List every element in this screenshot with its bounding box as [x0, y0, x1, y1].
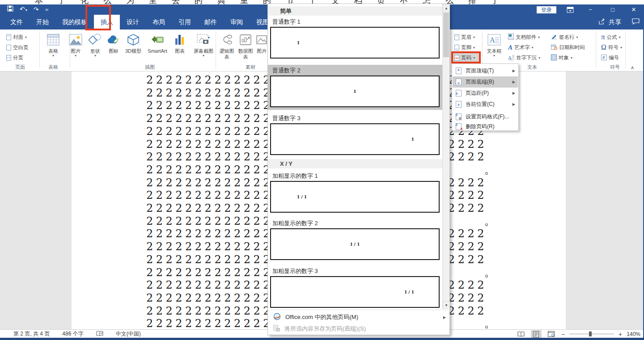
read-mode-icon[interactable]: [516, 330, 526, 338]
comment-icon[interactable]: [632, 18, 640, 26]
menu-item-top-of-page[interactable]: # 页面顶端(T) ▶: [453, 65, 518, 76]
group-separator: [596, 31, 596, 68]
gallery-item-bold-number-2[interactable]: 加粗显示的数字 2 1 / 1: [268, 218, 442, 260]
tab-mailings[interactable]: 邮件: [198, 15, 224, 29]
save-icon[interactable]: [7, 4, 13, 15]
blank-page-button[interactable]: 空白页: [4, 42, 29, 52]
gallery-scrollbar[interactable]: ▲ ▼: [442, 4, 449, 309]
chart-button[interactable]: 图表: [172, 31, 188, 63]
zoom-level[interactable]: 140%: [627, 331, 640, 337]
menu-item-page-margins[interactable]: # 页边距(P) ▶: [453, 88, 518, 99]
zoom-slider[interactable]: [569, 330, 614, 338]
share-button[interactable]: 共享: [599, 18, 621, 26]
tab-design[interactable]: 设计: [120, 15, 146, 29]
drop-cap-button[interactable]: A 首字下沉 ▾: [506, 53, 547, 63]
divider: [269, 310, 448, 310]
undo-button[interactable]: ↶▾: [20, 4, 27, 15]
gallery-section-header-simple: 简单: [268, 6, 442, 16]
page-number-gallery: 简单 普通数字 1 1 普通数字 2 1 普通数字 3 1 X / Y 加粗显示…: [267, 4, 450, 335]
ribbon-tabs: 文件 开始 我的模板 插入 设计 布局 引用 邮件 审阅 视图 帮助: [4, 15, 301, 29]
scrollbar-thumb[interactable]: [443, 13, 449, 57]
tab-layout[interactable]: 布局: [146, 15, 172, 29]
numbering-button[interactable]: # 编号: [599, 53, 631, 63]
tab-file[interactable]: 文件: [4, 15, 30, 29]
menu-item-remove-page-numbers[interactable]: #✕ 删除页码(R): [453, 121, 518, 132]
smartart-icon: [151, 32, 164, 47]
gallery-item-plain-number-2[interactable]: 普通数字 2 1: [268, 65, 442, 110]
login-button[interactable]: 登录: [537, 6, 556, 13]
table-icon: [47, 32, 59, 47]
scroll-down-icon[interactable]: ▼: [443, 301, 450, 309]
share-label: 共享: [609, 18, 621, 26]
gallery-item-label: 普通数字 2: [268, 65, 442, 76]
undo-dropdown-caret[interactable]: ▾: [25, 8, 27, 12]
zoom-in-button[interactable]: +: [619, 331, 622, 338]
submenu-arrow-icon: ▶: [513, 80, 515, 84]
gallery-item-label: 普通数字 3: [268, 113, 442, 123]
word-count[interactable]: 486 个字: [62, 330, 83, 338]
zoom-slider-thumb[interactable]: [589, 332, 592, 336]
language-indicator[interactable]: 中文(中国): [116, 330, 141, 338]
quick-parts-button[interactable]: 文档部件 ▾: [506, 32, 547, 42]
gallery-item-bold-number-3[interactable]: 加粗显示的数字 3 1 / 1: [268, 265, 442, 308]
print-layout-icon[interactable]: [531, 330, 542, 338]
minimize-button[interactable]: −: [584, 4, 597, 15]
data-chart-icon: [240, 32, 251, 47]
close-button[interactable]: ✕: [627, 4, 640, 15]
page-indicator[interactable]: 第 2 页, 共 4 页: [13, 330, 50, 338]
bottom-of-page-icon: #: [456, 79, 462, 85]
date-time-button[interactable]: 日期和时间: [549, 42, 592, 52]
more-page-numbers-item[interactable]: Office.com 中的其他页码(M) ▶: [268, 311, 449, 323]
symbol-button[interactable]: Ω 符号 ▾: [599, 42, 631, 52]
omega-icon: Ω: [601, 43, 606, 51]
3d-models-button[interactable]: 3D模型: [123, 31, 143, 63]
header-button[interactable]: 页眉 ▾: [453, 32, 479, 42]
cover-page-button[interactable]: 封面 ▾: [4, 32, 27, 42]
collapse-ribbon-icon[interactable]: ∧: [631, 65, 634, 71]
submenu-arrow-icon: ▶: [443, 315, 446, 319]
scroll-up-icon[interactable]: ▲: [443, 4, 450, 12]
gallery-item-preview: 1 / 1: [270, 228, 440, 260]
object-button[interactable]: 对象 ▾: [549, 53, 592, 63]
gallery-item-preview: 1 / 1: [270, 181, 440, 213]
table-button[interactable]: 表格 ▾: [42, 31, 64, 63]
menu-item-current-position[interactable]: # 当前位置(C) ▶: [453, 99, 518, 110]
group-label-assets: 素材: [237, 64, 264, 71]
menu-item-bottom-of-page[interactable]: # 页面底端(B) ▶: [453, 76, 518, 88]
callout-insert-tab: [85, 5, 111, 30]
proofing-icon[interactable]: [96, 331, 103, 338]
gallery-item-preview: 1: [270, 123, 440, 155]
button-label: 首字下沉: [516, 55, 537, 61]
signature-line-button[interactable]: 签名行 ▾: [549, 32, 592, 42]
screenshot-button[interactable]: 屏幕截图 ▾: [190, 31, 217, 63]
asset-picture-button[interactable]: 图片: [256, 31, 267, 63]
gallery-item-plain-number-1[interactable]: 普通数字 1 1: [268, 16, 442, 59]
svg-text:A: A: [490, 36, 495, 44]
textbox-button[interactable]: A 文本框 ▾: [484, 31, 504, 63]
page-break-button[interactable]: 分页: [4, 53, 23, 63]
redo-button[interactable]: ↷: [34, 4, 39, 15]
picture-button[interactable]: 图片 ▾: [67, 31, 84, 63]
equation-button[interactable]: π 公式 ▾: [599, 32, 631, 42]
group-separator: [625, 31, 626, 68]
tab-review[interactable]: 审阅: [224, 15, 250, 29]
gallery-section-header-xy: X / Y: [268, 159, 442, 168]
data-chart-button[interactable]: 数据图表: [237, 31, 254, 63]
wordart-button[interactable]: A 艺术字 ▾: [506, 42, 547, 52]
chevron-down-icon: ▾: [473, 46, 475, 50]
shapes-button[interactable]: 形状 ▾: [87, 31, 104, 63]
customize-qat-button[interactable]: ≂: [45, 4, 48, 15]
blank-page-icon: [6, 45, 11, 50]
web-layout-icon[interactable]: [546, 330, 557, 338]
footer-button[interactable]: 页脚 ▾: [453, 42, 479, 52]
gallery-item-plain-number-3[interactable]: 普通数字 3 1: [268, 113, 442, 155]
zoom-out-button[interactable]: −: [561, 331, 565, 338]
icons-button[interactable]: 图标: [106, 31, 121, 63]
maximize-button[interactable]: □: [606, 4, 619, 15]
tab-home[interactable]: 开始: [30, 15, 55, 29]
logic-chart-button[interactable]: 逻辑图表: [218, 31, 235, 63]
shapes-icon: [89, 32, 102, 47]
smartart-button[interactable]: SmartArt: [144, 31, 171, 63]
gallery-item-bold-number-1[interactable]: 加粗显示的数字 1 1 / 1: [268, 170, 442, 213]
tab-references[interactable]: 引用: [172, 15, 198, 29]
